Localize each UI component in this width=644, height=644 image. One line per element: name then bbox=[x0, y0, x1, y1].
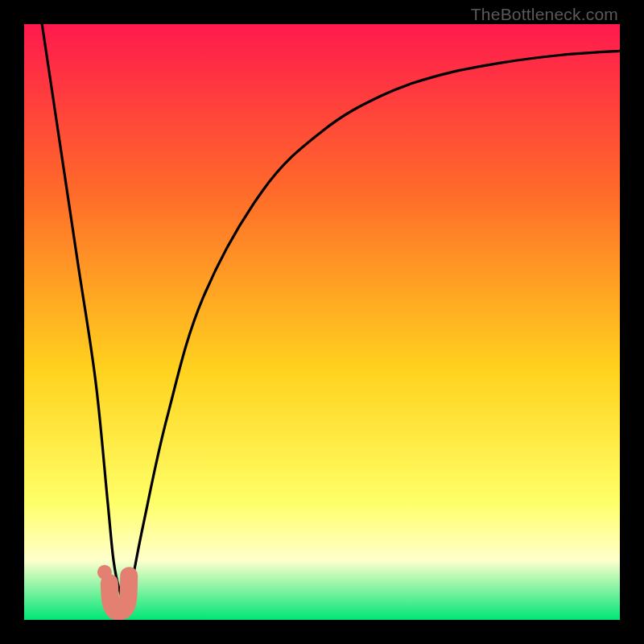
curve-layer bbox=[24, 24, 620, 620]
plot-area bbox=[24, 24, 620, 620]
chart-frame: TheBottleneck.com bbox=[0, 0, 644, 644]
accent-dot bbox=[97, 565, 112, 580]
watermark-text: TheBottleneck.com bbox=[471, 5, 618, 24]
accent-hook bbox=[109, 576, 129, 612]
bottleneck-curve bbox=[42, 24, 620, 602]
